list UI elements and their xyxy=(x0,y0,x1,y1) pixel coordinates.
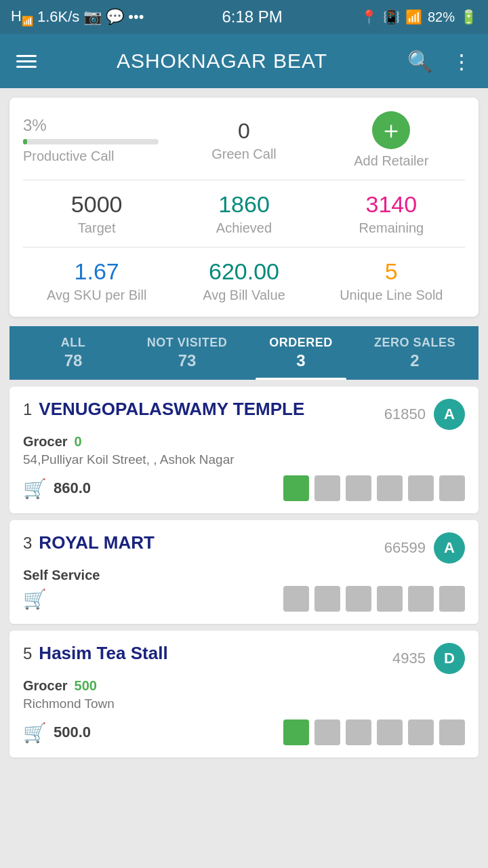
store-card[interactable]: 3 ROYAL MART 66599 A Self Service 🛒 xyxy=(9,520,479,624)
store-name: ROYAL MART xyxy=(39,532,154,553)
status-dot xyxy=(283,586,309,612)
tab-count: 73 xyxy=(178,351,197,370)
status-dot xyxy=(408,719,434,745)
battery-level: 82% xyxy=(428,9,455,25)
cart-section: 🛒 xyxy=(23,588,47,610)
wifi-icon: 📶 xyxy=(405,9,422,25)
tab-label: ZERO SALES xyxy=(374,336,455,350)
summary-top-row: 3% Productive Call 0 Green Call ＋ Add Re… xyxy=(23,111,465,180)
status-dot xyxy=(346,719,371,745)
status-dot xyxy=(346,475,371,501)
tab-label: ALL xyxy=(61,336,86,350)
store-order-count: 500 xyxy=(75,678,97,694)
store-type-row: Self Service xyxy=(23,568,465,583)
store-footer: 🛒 500.0 xyxy=(23,719,465,745)
unique-line-value: 5 xyxy=(385,258,398,285)
productive-call-section: 3% Productive Call xyxy=(23,116,170,164)
achieved-stat: 1860 Achieved xyxy=(170,191,317,236)
avg-bill-value: 620.00 xyxy=(209,258,279,285)
remaining-value: 3140 xyxy=(366,191,418,218)
add-retailer-button[interactable]: ＋ xyxy=(372,111,410,149)
target-stat: 5000 Target xyxy=(23,191,170,236)
more-icon: ••• xyxy=(128,8,144,26)
store-header-right: 4935 D xyxy=(392,643,465,674)
store-number: 3 xyxy=(23,534,32,553)
store-type-row: Grocer 0 xyxy=(23,434,465,450)
status-dots xyxy=(283,719,465,745)
store-footer: 🛒 860.0 xyxy=(23,475,465,501)
vibrate-icon: 📳 xyxy=(383,9,400,25)
cart-value: 860.0 xyxy=(54,479,91,497)
target-value: 5000 xyxy=(71,191,123,218)
unique-line-label: Unique Line Sold xyxy=(340,288,443,303)
more-options-button[interactable]: ⋮ xyxy=(451,50,472,73)
store-header: 3 ROYAL MART 66599 A xyxy=(23,532,465,564)
avg-bill-stat: 620.00 Avg Bill Value xyxy=(170,258,317,303)
store-type: Grocer xyxy=(23,678,68,694)
store-header-left: 5 Hasim Tea Stall xyxy=(23,643,392,664)
store-header-right: 66599 A xyxy=(384,532,465,564)
status-dot xyxy=(377,586,403,612)
tab-count: 3 xyxy=(296,351,305,370)
status-dot xyxy=(314,719,340,745)
menu-button[interactable] xyxy=(16,55,37,68)
store-number: 1 xyxy=(23,400,32,419)
green-call-section: 0 Green Call xyxy=(170,119,317,162)
tabs-container: ALL 78 NOT VISITED 73 ORDERED 3 ZERO SAL… xyxy=(9,326,479,380)
store-avatar: A xyxy=(434,532,465,564)
tab-ordered[interactable]: ORDERED 3 xyxy=(244,326,358,380)
status-dot xyxy=(439,475,465,501)
tab-not-visited[interactable]: NOT VISITED 73 xyxy=(130,326,244,380)
network-speed: 1.6K/s xyxy=(37,8,79,26)
store-id: 61850 xyxy=(384,406,426,423)
store-header: 5 Hasim Tea Stall 4935 D xyxy=(23,643,465,674)
top-bar: ASHOKNAGAR BEAT 🔍 ⋮ xyxy=(0,34,488,88)
remaining-stat: 3140 Remaining xyxy=(318,191,465,236)
tab-zero-sales[interactable]: ZERO SALES 2 xyxy=(358,326,472,380)
store-name: VENUGOPALASWAMY TEMPLE xyxy=(39,399,304,420)
cart-section: 🛒 860.0 xyxy=(23,477,91,500)
store-footer: 🛒 xyxy=(23,586,465,612)
store-id: 66599 xyxy=(384,539,426,557)
add-retailer-section: ＋ Add Retailer xyxy=(318,111,465,169)
store-order-count: 0 xyxy=(75,434,82,450)
status-dot xyxy=(377,475,403,501)
camera-icon: 📷 xyxy=(83,8,102,26)
store-type: Self Service xyxy=(23,568,100,583)
avg-sku-stat: 1.67 Avg SKU per Bill xyxy=(23,258,170,303)
battery-icon: 🔋 xyxy=(460,9,477,25)
cart-icon: 🛒 xyxy=(23,722,47,744)
status-dot xyxy=(346,586,371,612)
summary-mid-row: 5000 Target 1860 Achieved 3140 Remaining xyxy=(23,180,465,248)
avg-bill-label: Avg Bill Value xyxy=(203,288,285,303)
store-header-left: 3 ROYAL MART xyxy=(23,532,384,553)
cart-icon: 🛒 xyxy=(23,477,47,500)
avg-sku-label: Avg SKU per Bill xyxy=(47,288,146,303)
tab-all[interactable]: ALL 78 xyxy=(16,326,130,380)
store-address: 54,Pulliyar Koil Street, , Ashok Nagar xyxy=(23,452,465,467)
tab-count: 78 xyxy=(64,351,83,370)
location-icon: 📍 xyxy=(361,9,378,25)
green-call-value: 0 xyxy=(238,119,250,144)
status-right: 📍 📳 📶 82% 🔋 xyxy=(361,9,477,25)
status-left: H📶 1.6K/s 📷 💬 ••• xyxy=(11,7,144,26)
plus-icon: ＋ xyxy=(379,118,403,142)
store-card[interactable]: 5 Hasim Tea Stall 4935 D Grocer 500 Rich… xyxy=(9,631,479,757)
search-button[interactable]: 🔍 xyxy=(407,50,432,73)
status-bar: H📶 1.6K/s 📷 💬 ••• 6:18 PM 📍 📳 📶 82% 🔋 xyxy=(0,0,488,34)
store-avatar: D xyxy=(434,643,465,674)
summary-card: 3% Productive Call 0 Green Call ＋ Add Re… xyxy=(9,98,479,317)
store-id: 4935 xyxy=(392,650,426,667)
store-card[interactable]: 1 VENUGOPALASWAMY TEMPLE 61850 A Grocer … xyxy=(9,387,479,513)
store-list: 1 VENUGOPALASWAMY TEMPLE 61850 A Grocer … xyxy=(0,387,488,757)
avg-sku-value: 1.67 xyxy=(75,258,119,285)
tab-label: ORDERED xyxy=(269,336,333,350)
progress-bar-fill xyxy=(23,139,27,144)
top-bar-icons: 🔍 ⋮ xyxy=(407,50,472,73)
status-time: 6:18 PM xyxy=(222,7,282,26)
store-avatar: A xyxy=(434,399,465,430)
status-dot xyxy=(283,475,309,501)
store-name: Hasim Tea Stall xyxy=(39,643,167,664)
status-dot xyxy=(377,719,403,745)
achieved-label: Achieved xyxy=(216,220,272,236)
